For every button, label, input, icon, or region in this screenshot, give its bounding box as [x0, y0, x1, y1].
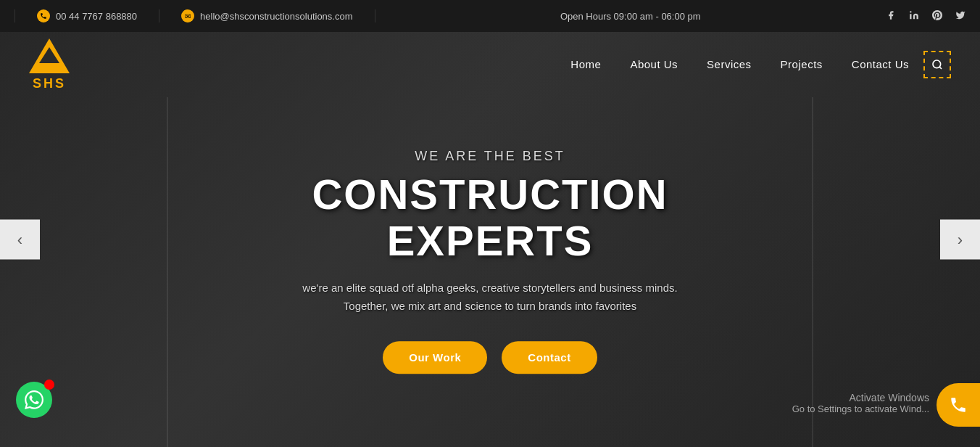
windows-activate-line1: Activate Windows — [792, 392, 929, 403]
logo[interactable]: SHS — [29, 38, 70, 91]
logo-triangle — [29, 38, 70, 73]
windows-activate-line2: Go to Settings to activate Wind... — [792, 403, 929, 414]
hero-desc-line1: we're an elite squad otf alpha geeks, cr… — [302, 282, 677, 294]
nav-projects[interactable]: Projects — [781, 58, 823, 71]
hero-description: we're an elite squad otf alpha geeks, cr… — [236, 279, 744, 316]
search-button[interactable] — [923, 51, 951, 78]
next-arrow[interactable]: › — [940, 220, 980, 260]
hero-section: SHS Home About Us Services Projects Cont… — [0, 32, 980, 447]
nav-home[interactable]: Home — [570, 58, 601, 71]
nav-links: Home About Us Services Projects Contact … — [570, 58, 909, 71]
left-divider — [167, 97, 168, 447]
windows-activation: Activate Windows Go to Settings to activ… — [792, 392, 929, 414]
nav-services-link[interactable]: Services — [707, 58, 752, 70]
twitter-icon[interactable] — [955, 10, 966, 22]
phone-fab-button[interactable] — [937, 383, 980, 427]
hours-text: Open Hours 09:00 am - 06:00 pm — [375, 11, 886, 22]
phone-icon — [37, 9, 50, 22]
logo-text: SHS — [33, 76, 66, 91]
email-icon: ✉ — [181, 9, 194, 22]
next-icon: › — [958, 230, 963, 249]
our-work-button[interactable]: Our Work — [383, 341, 487, 374]
email-address: hello@shsconstructionsolutions.com — [200, 11, 352, 22]
hero-desc-line2: Together, we mix art and science to turn… — [344, 300, 636, 312]
hero-content: WE ARE THE BEST CONSTRUCTION EXPERTS we'… — [236, 149, 744, 374]
prev-icon: ‹ — [17, 230, 22, 249]
top-bar: 00 44 7767 868880 ✉ hello@shsconstructio… — [0, 0, 980, 32]
email-item: ✉ hello@shsconstructionsolutions.com — [159, 9, 375, 22]
nav-contact[interactable]: Contact Us — [852, 58, 909, 71]
hero-subtitle: WE ARE THE BEST — [236, 149, 744, 164]
phone-number: 00 44 7767 868880 — [56, 11, 137, 22]
nav-home-link[interactable]: Home — [570, 58, 601, 70]
nav-services[interactable]: Services — [707, 58, 752, 71]
svg-point-1 — [933, 60, 941, 68]
phone-item: 00 44 7767 868880 — [14, 9, 159, 22]
nav-contact-link[interactable]: Contact Us — [852, 58, 909, 70]
hero-title: CONSTRUCTION EXPERTS — [236, 171, 744, 264]
social-links — [886, 10, 966, 22]
whatsapp-button[interactable] — [16, 382, 52, 418]
nav-projects-link[interactable]: Projects — [781, 58, 823, 70]
prev-arrow[interactable]: ‹ — [0, 220, 40, 260]
svg-point-0 — [910, 11, 911, 12]
contact-button[interactable]: Contact — [502, 341, 597, 374]
nav-about[interactable]: About Us — [630, 58, 678, 71]
pinterest-icon[interactable] — [932, 10, 942, 22]
whatsapp-badge — [44, 380, 54, 390]
nav-about-link[interactable]: About Us — [630, 58, 678, 70]
navbar: SHS Home About Us Services Projects Cont… — [0, 32, 980, 97]
hero-buttons: Our Work Contact — [236, 341, 744, 374]
facebook-icon[interactable] — [886, 10, 896, 22]
linkedin-icon[interactable] — [909, 10, 919, 22]
